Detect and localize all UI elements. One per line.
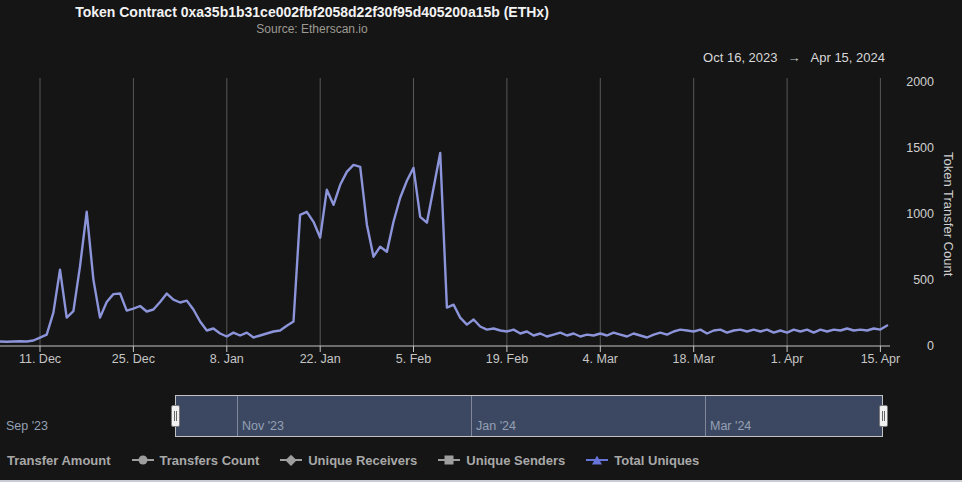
legend-item-unique-senders[interactable]: Unique Senders	[438, 453, 565, 468]
legend-item-label: Unique Receivers	[308, 453, 417, 468]
circle-icon	[138, 456, 147, 465]
x-axis-label: 15. Apr	[861, 352, 901, 366]
x-axis-label: 18. Mar	[672, 352, 714, 366]
navigator-left-handle[interactable]	[171, 405, 180, 427]
diamond-icon	[286, 455, 297, 466]
legend-item-total-uniques[interactable]: Total Uniques	[586, 453, 699, 468]
legend-item-transfers-count[interactable]: Transfers Count	[132, 453, 260, 468]
square-icon	[445, 456, 454, 465]
navigator-month-label: Mar '24	[710, 419, 751, 433]
navigator-month-label: Jan '24	[476, 419, 516, 433]
navigator-month-divider	[471, 396, 472, 436]
navigator[interactable]: Sep '23Nov '23Jan '24Mar '24	[0, 395, 890, 437]
arrow-right-icon: →	[788, 50, 801, 65]
legend-item-label: Unique Senders	[466, 453, 565, 468]
y-axis-label: 1000	[890, 206, 934, 222]
x-axis-label: 25. Dec	[112, 352, 155, 366]
navigator-month-divider	[705, 396, 706, 436]
navigator-month-label: Sep '23	[6, 419, 48, 433]
chart-subtitle: Source: Etherscan.io	[256, 22, 367, 36]
date-range-label: Oct 16, 2023→Apr 15, 2024	[703, 50, 885, 65]
x-axis-label: 11. Dec	[19, 352, 61, 366]
plot-area[interactable]	[0, 76, 890, 356]
legend-item-label: Total Uniques	[614, 453, 699, 468]
navigator-month-label: Nov '23	[242, 419, 284, 433]
navigator-month-divider	[237, 396, 238, 436]
x-axis-label: 1. Apr	[771, 352, 804, 366]
legend-item-unique-receivers[interactable]: Unique Receivers	[280, 453, 417, 468]
chart-title: Token Contract 0xa35b1b31ce002fbf2058d22…	[75, 4, 549, 20]
x-axis-label: 5. Feb	[396, 352, 431, 366]
square-marker-icon	[438, 453, 460, 467]
triangle-icon	[592, 456, 602, 465]
etherscan-token-transfers-chart: Token Contract 0xa35b1b31ce002fbf2058d22…	[0, 0, 962, 482]
y-axis-label: 0	[890, 338, 934, 354]
y-axis-label: 500	[890, 272, 934, 288]
x-axis-label: 19. Feb	[486, 352, 528, 366]
chart-svg	[0, 76, 890, 356]
x-axis-label: 22. Jan	[300, 352, 341, 366]
diamond-marker-icon	[280, 453, 302, 467]
legend-item-label: Transfer Amount	[7, 453, 111, 468]
range-to: Apr 15, 2024	[811, 50, 885, 65]
circle-marker-icon	[132, 453, 154, 467]
y-axis-label: 2000	[890, 74, 934, 90]
range-from: Oct 16, 2023	[703, 50, 777, 65]
x-axis-label: 4. Mar	[583, 352, 618, 366]
legend: Transfer AmountTransfers CountUnique Rec…	[7, 448, 699, 472]
legend-item-label: Transfers Count	[160, 453, 260, 468]
y-axis-title: Token Transfer Count	[934, 82, 956, 346]
x-axis-label: 8. Jan	[210, 352, 244, 366]
legend-item-transfer-amount[interactable]: Transfer Amount	[7, 453, 111, 468]
navigator-right-handle[interactable]	[879, 405, 888, 427]
y-axis-label: 1500	[890, 140, 934, 156]
triangle-marker-icon	[586, 453, 608, 467]
